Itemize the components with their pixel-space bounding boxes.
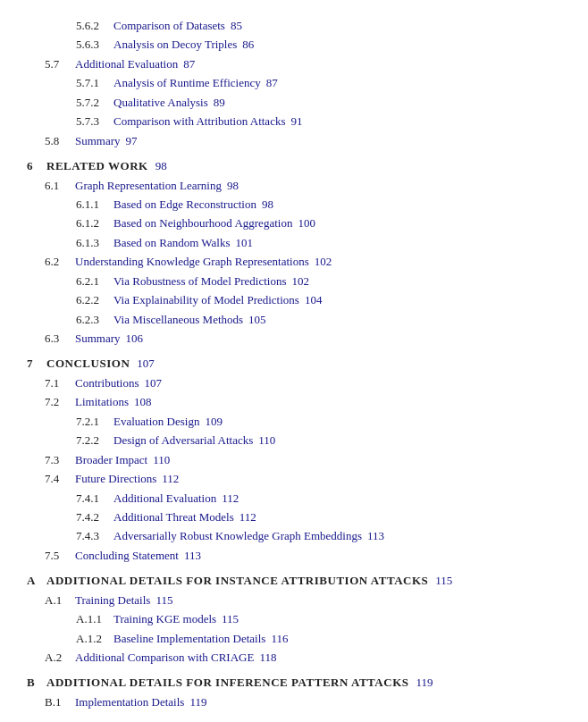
section-page[interactable]: 112	[162, 469, 179, 488]
section-label[interactable]: Based on Random Walks	[113, 233, 231, 252]
section-page[interactable]: 110	[258, 431, 275, 449]
section-page[interactable]: 105	[248, 310, 266, 329]
section-page[interactable]: 116	[271, 629, 288, 648]
toc-row: 7.4.3Adversarially Robust Knowledge Grap…	[27, 526, 561, 545]
toc-row: AADDITIONAL DETAILS FOR INSTANCE ATTRIBU…	[27, 571, 561, 590]
section-page[interactable]: 86	[242, 35, 254, 54]
section-label[interactable]: Limitations	[75, 392, 129, 411]
section-label[interactable]: Implementation Details	[75, 693, 184, 711]
toc-row: BADDITIONAL DETAILS FOR INFERENCE PATTER…	[27, 673, 561, 692]
section-page[interactable]: 106	[126, 329, 144, 348]
section-label[interactable]: Additional Threat Models	[113, 508, 234, 526]
toc-row: 7.4.1Additional Evaluation112	[27, 489, 561, 508]
section-label[interactable]: Summary	[75, 329, 121, 348]
section-label[interactable]: Understanding Knowledge Graph Representa…	[75, 252, 309, 271]
section-number: A.1.1	[76, 609, 108, 628]
section-label[interactable]: Adversarially Robust Knowledge Graph Emb…	[113, 526, 362, 545]
section-page[interactable]: 102	[291, 272, 309, 290]
section-label[interactable]: Broader Impact	[75, 450, 147, 469]
section-page[interactable]: 107	[145, 374, 163, 392]
chapter-page[interactable]: 98	[155, 156, 167, 175]
appendix-letter: A	[27, 571, 39, 590]
section-page[interactable]: 112	[222, 489, 239, 508]
section-number: A.1	[45, 591, 70, 609]
section-page[interactable]: 110	[153, 450, 170, 469]
section-page[interactable]: 109	[205, 412, 223, 431]
section-number: 6.1.3	[76, 233, 108, 252]
section-number: 6.1.1	[76, 195, 108, 214]
section-label[interactable]: Concluding Statement	[75, 546, 179, 565]
toc-row: 6.1Graph Representation Learning98	[27, 176, 561, 195]
section-label[interactable]: Based on Neighbourhood Aggregation	[113, 214, 292, 232]
section-number: 5.7.1	[76, 73, 108, 92]
toc-row: 6.2.2Via Explainability of Model Predict…	[27, 290, 561, 309]
section-label[interactable]: Via Robustness of Model Predictions	[113, 272, 286, 290]
section-label[interactable]: Future Directions	[75, 469, 156, 488]
section-number: 7.4.1	[76, 489, 108, 508]
toc-row: A.1.2Baseline Implementation Details116	[27, 629, 561, 648]
section-page[interactable]: 112	[239, 508, 256, 526]
section-label[interactable]: Training KGE models	[113, 609, 216, 628]
section-label[interactable]: Comparison with Attribution Attacks	[113, 112, 285, 130]
section-page[interactable]: 87	[266, 73, 278, 92]
section-label[interactable]: Additional Evaluation	[75, 55, 178, 73]
section-page[interactable]: 113	[367, 526, 384, 545]
toc-row: 7.3Broader Impact110	[27, 450, 561, 469]
toc-row: 7.4Future Directions112	[27, 469, 561, 488]
section-page[interactable]: 91	[290, 112, 302, 130]
section-label[interactable]: Via Explainability of Model Predictions	[113, 290, 299, 309]
section-label[interactable]: Additional Evaluation	[113, 489, 216, 508]
section-page[interactable]: 108	[134, 392, 152, 411]
section-page[interactable]: 100	[298, 214, 315, 232]
section-page[interactable]: 98	[262, 195, 273, 214]
toc-row: 7CONCLUSION107	[27, 354, 561, 373]
section-page[interactable]: 104	[305, 290, 323, 309]
appendix-page[interactable]: 119	[416, 673, 433, 692]
appendix-page[interactable]: 115	[435, 571, 452, 590]
section-number: 6.3	[45, 329, 70, 348]
section-label[interactable]: Comparison of Datasets	[113, 16, 225, 35]
chapter-label: CONCLUSION	[46, 354, 130, 373]
toc-row: 7.2.1Evaluation Design109	[27, 412, 561, 431]
section-label[interactable]: Contributions	[75, 374, 139, 392]
section-page[interactable]: 89	[214, 93, 225, 112]
section-number: 6.2.2	[76, 290, 108, 309]
section-label[interactable]: Training Details	[75, 591, 150, 609]
section-number: A.1.2	[76, 629, 108, 648]
section-page[interactable]: 118	[259, 648, 276, 667]
toc-row: 7.2.2Design of Adversarial Attacks110	[27, 431, 561, 449]
section-label[interactable]: Evaluation Design	[113, 412, 199, 431]
section-label[interactable]: Analysis on Decoy Triples	[113, 35, 237, 54]
chapter-label: RELATED WORK	[46, 156, 148, 175]
section-label[interactable]: Qualitative Analysis	[113, 93, 208, 112]
section-label[interactable]: Analysis of Runtime Efficiency	[113, 73, 261, 92]
toc-row: 5.7.3Comparison with Attribution Attacks…	[27, 112, 561, 130]
section-number: 5.7.2	[76, 93, 108, 112]
toc-row: 6.3Summary106	[27, 329, 561, 348]
appendix-label: ADDITIONAL DETAILS FOR INFERENCE PATTERN…	[46, 673, 409, 692]
section-number: 7.2.1	[76, 412, 108, 431]
section-page[interactable]: 115	[222, 609, 239, 628]
section-label[interactable]: Baseline Implementation Details	[113, 629, 265, 648]
section-page[interactable]: 101	[236, 233, 254, 252]
toc-row: 6RELATED WORK98	[27, 156, 561, 175]
section-label[interactable]: Summary	[75, 131, 121, 150]
toc-row: B.1Implementation Details119	[27, 693, 561, 711]
section-page[interactable]: 119	[189, 693, 206, 711]
section-page[interactable]: 97	[126, 131, 138, 150]
section-page[interactable]: 113	[184, 546, 201, 565]
section-number: 6.1	[45, 176, 70, 195]
section-page[interactable]: 98	[227, 176, 239, 195]
section-label[interactable]: Graph Representation Learning	[75, 176, 222, 195]
section-page[interactable]: 87	[183, 55, 195, 73]
section-number: 5.6.2	[76, 16, 108, 35]
section-label[interactable]: Based on Edge Reconstruction	[113, 195, 256, 214]
section-label[interactable]: Via Miscellaneous Methods	[113, 310, 243, 329]
section-label[interactable]: Additional Comparison with CRIAGE	[75, 648, 254, 667]
section-number: A.2	[45, 648, 70, 667]
section-page[interactable]: 115	[155, 591, 172, 609]
section-label[interactable]: Design of Adversarial Attacks	[113, 431, 253, 449]
section-page[interactable]: 85	[231, 16, 242, 35]
chapter-page[interactable]: 107	[137, 354, 155, 373]
section-page[interactable]: 102	[315, 252, 332, 271]
